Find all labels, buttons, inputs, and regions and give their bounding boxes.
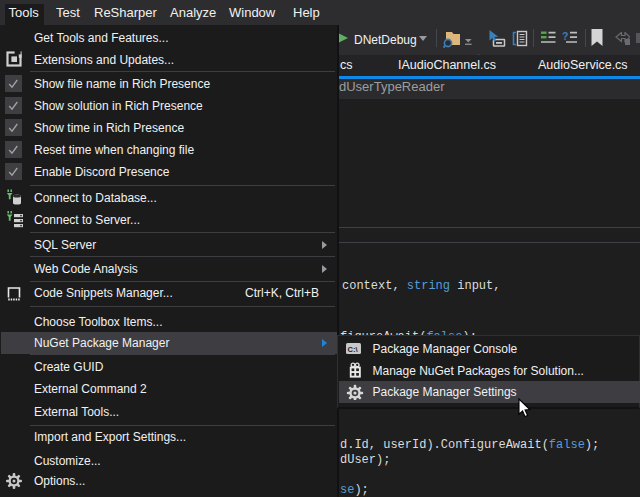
svg-text:C:\: C:\ [348,344,359,353]
svg-text:?: ? [562,31,568,42]
